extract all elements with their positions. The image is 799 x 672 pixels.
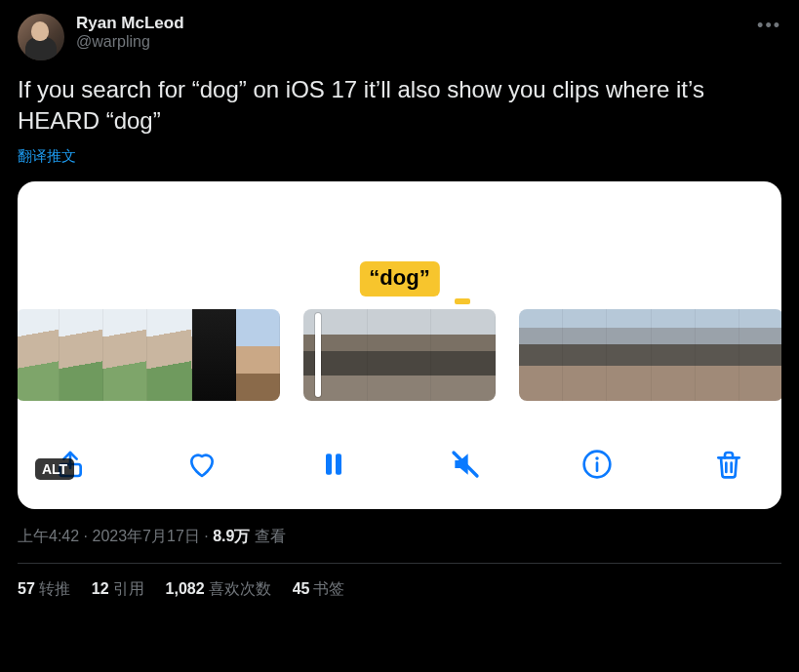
speaker-muted-icon[interactable] [450,449,481,480]
timeline-frame [303,309,368,401]
svg-rect-2 [336,454,341,474]
author-block: Ryan McLeod @warpling [76,14,184,51]
timeline[interactable] [18,309,781,401]
timeline-frame [18,309,60,401]
alt-badge[interactable]: ALT [35,458,74,480]
retweet-count: 57 [18,580,35,597]
sep: · [79,528,92,544]
timeline-frame [563,309,607,401]
time[interactable]: 上午4:42 [18,528,79,544]
tweet-meta: 上午4:42 · 2023年7月17日 · 8.9万 查看 [18,527,781,547]
media-wrap: “dog” [18,181,781,509]
bookmark-count: 45 [293,580,310,597]
stat-retweets[interactable]: 57转推 [18,579,70,600]
pause-icon[interactable] [318,449,349,480]
like-label: 喜欢次数 [209,580,271,597]
views-label: 查看 [255,528,286,544]
like-count: 1,082 [166,580,205,597]
caption-badge: “dog” [359,261,439,296]
timeline-frame [147,309,191,401]
tweet-text: If you search for “dog” on iOS 17 it’ll … [18,74,781,138]
svg-rect-1 [326,454,332,474]
timeline-frame [607,309,651,401]
media-card[interactable]: “dog” [18,181,781,509]
timeline-frame [236,309,280,401]
timeline-frame [192,309,236,401]
date[interactable]: 2023年7月17日 [92,528,199,544]
views-count: 8.9万 [213,528,250,544]
display-name[interactable]: Ryan McLeod [76,14,184,33]
tweet-header: Ryan McLeod @warpling ••• [18,14,781,60]
timeline-frame [519,309,563,401]
timeline-frame [431,309,496,401]
clip-group-2[interactable] [303,309,496,401]
clip-group-3[interactable] [519,309,781,401]
avatar[interactable] [18,14,64,60]
retweet-label: 转推 [39,580,70,597]
info-icon[interactable] [581,449,613,480]
sep: · [200,528,213,544]
timeline-frame [103,309,147,401]
caption-tick [455,298,470,304]
timeline-frame [60,309,103,401]
stat-quotes[interactable]: 12引用 [92,579,144,600]
stat-bookmarks[interactable]: 45书签 [293,579,345,600]
timeline-frame [368,309,432,401]
svg-point-6 [595,456,598,459]
bookmark-label: 书签 [313,580,344,597]
quote-label: 引用 [113,580,144,597]
stat-likes[interactable]: 1,082喜欢次数 [166,579,271,600]
timeline-frame [739,309,781,401]
heart-icon[interactable] [186,449,218,480]
handle[interactable]: @warpling [76,33,184,51]
translate-link[interactable]: 翻译推文 [18,147,781,166]
trash-icon[interactable] [713,449,744,480]
stats-row: 57转推 12引用 1,082喜欢次数 45书签 [18,564,781,600]
timeline-frame [696,309,739,401]
more-icon[interactable]: ••• [757,16,781,36]
tweet: Ryan McLeod @warpling ••• If you search … [0,0,799,610]
media-toolbar [18,437,781,492]
timeline-frame [652,309,696,401]
playhead[interactable] [315,313,321,397]
quote-count: 12 [92,580,109,597]
clip-group-1[interactable] [18,309,280,401]
